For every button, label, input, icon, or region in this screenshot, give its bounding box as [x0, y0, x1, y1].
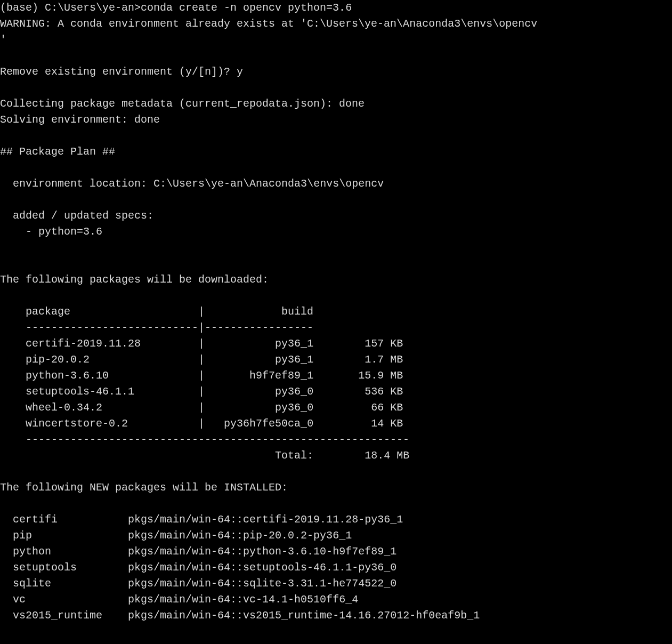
install-intro: The following NEW packages will be INSTA… [0, 481, 288, 494]
dl-header-build: build [281, 305, 313, 318]
dl-row-size: 15.9 MB [313, 369, 403, 382]
warning-tail: ' [0, 34, 6, 46]
collecting-line: Collecting package metadata (current_rep… [0, 98, 365, 110]
prompt-env: (base) [0, 2, 38, 14]
install-row-name: python [13, 545, 128, 558]
prompt-line: (base) C:\Users\ye-an>conda create -n op… [0, 2, 352, 14]
install-row: vs2015_runtime pkgs/main/win-64::vs2015_… [0, 609, 480, 622]
dl-row-size: 157 KB [313, 337, 403, 350]
install-row-name: certifi [13, 513, 128, 526]
dl-sep-bottom: ----------------------------------------… [0, 433, 409, 446]
install-row: pip pkgs/main/win-64::pip-20.0.2-py36_1 [0, 529, 352, 542]
install-row: setuptools pkgs/main/win-64::setuptools-… [0, 561, 396, 574]
remove-prompt: Remove existing environment (y/[n])? [0, 66, 230, 78]
dl-row: pip-20.0.2 | py36_1 1.7 MB [0, 353, 403, 366]
remove-prompt-line: Remove existing environment (y/[n])? y [0, 66, 243, 78]
install-row: sqlite pkgs/main/win-64::sqlite-3.31.1-h… [0, 577, 396, 590]
dl-row: wincertstore-0.2 | py36h7fe50ca_0 14 KB [0, 417, 403, 430]
prompt-cwd: C:\Users\ye-an> [45, 2, 141, 14]
solving-line: Solving environment: done [0, 114, 160, 126]
install-row-spec: pkgs/main/win-64::vs2015_runtime-14.16.2… [128, 609, 480, 622]
remove-answer[interactable]: y [237, 66, 243, 78]
dl-row-pkg: certifi-2019.11.28 [26, 337, 198, 350]
dl-row-pkg: pip-20.0.2 [26, 353, 198, 366]
env-location-label: environment location: [13, 178, 147, 190]
plan-header: ## Package Plan ## [0, 146, 115, 158]
install-row: vc pkgs/main/win-64::vc-14.1-h0510ff6_4 [0, 593, 358, 606]
dl-row-size: 536 KB [313, 385, 403, 398]
dl-row-build: py36h7fe50ca_0 [205, 417, 313, 430]
install-row-spec: pkgs/main/win-64::setuptools-46.1.1-py36… [128, 561, 396, 574]
install-row-name: setuptools [13, 561, 128, 574]
dl-header-package: package [26, 305, 70, 318]
dl-row-size: 1.7 MB [313, 353, 403, 366]
env-location-value: C:\Users\ye-an\Anaconda3\envs\opencv [153, 178, 384, 190]
dl-row-build: py36_0 [205, 385, 313, 398]
download-intro: The following packages will be downloade… [0, 273, 269, 286]
dl-row: setuptools-46.1.1 | py36_0 536 KB [0, 385, 403, 398]
install-row-spec: pkgs/main/win-64::sqlite-3.31.1-he774522… [128, 577, 396, 590]
warning-line: WARNING: A conda environment already exi… [0, 18, 537, 30]
install-row-spec: pkgs/main/win-64::python-3.6.10-h9f7ef89… [128, 545, 396, 558]
dl-row-pkg: setuptools-46.1.1 [26, 385, 198, 398]
install-row-name: sqlite [13, 577, 128, 590]
total-label: Total: [275, 449, 313, 462]
install-row-name: vc [13, 593, 128, 606]
install-row-spec: pkgs/main/win-64::certifi-2019.11.28-py3… [128, 513, 403, 526]
dl-sep-top: ---------------------------|------------… [0, 321, 313, 334]
install-row-name: vs2015_runtime [13, 609, 128, 622]
install-row: certifi pkgs/main/win-64::certifi-2019.1… [0, 513, 403, 526]
spec-item: - python=3.6 [26, 226, 102, 238]
terminal-output: (base) C:\Users\ye-an>conda create -n op… [0, 0, 672, 624]
dl-row-pkg: wincertstore-0.2 [26, 417, 198, 430]
specs-label: added / updated specs: [13, 210, 153, 222]
install-row-name: pip [13, 529, 128, 542]
prompt-cmd[interactable]: conda create -n opencv python=3.6 [141, 2, 352, 14]
dl-row-pkg: wheel-0.34.2 [26, 401, 198, 414]
dl-row: python-3.6.10 | h9f7ef89_1 15.9 MB [0, 369, 403, 382]
dl-row-build: py36_0 [205, 401, 313, 414]
dl-row-build: py36_1 [205, 337, 313, 350]
dl-row-build: h9f7ef89_1 [205, 369, 313, 382]
dl-row: certifi-2019.11.28 | py36_1 157 KB [0, 337, 403, 350]
total-value: 18.4 MB [365, 449, 409, 462]
dl-row-size: 66 KB [313, 401, 403, 414]
dl-row-pkg: python-3.6.10 [26, 369, 198, 382]
dl-row-build: py36_1 [205, 353, 313, 366]
install-row: python pkgs/main/win-64::python-3.6.10-h… [0, 545, 396, 558]
dl-row-size: 14 KB [313, 417, 403, 430]
dl-row: wheel-0.34.2 | py36_0 66 KB [0, 401, 403, 414]
install-row-spec: pkgs/main/win-64::pip-20.0.2-py36_1 [128, 529, 352, 542]
install-row-spec: pkgs/main/win-64::vc-14.1-h0510ff6_4 [128, 593, 358, 606]
